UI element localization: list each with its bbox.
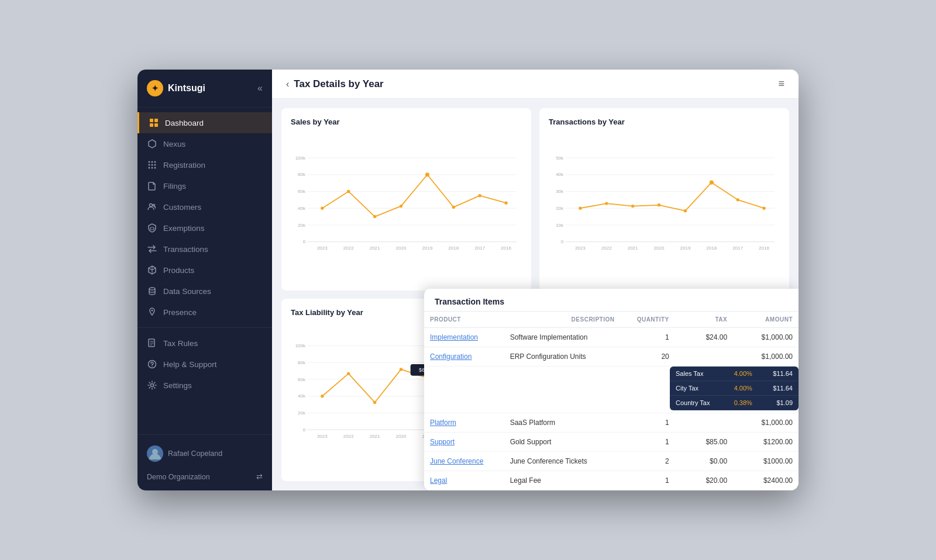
svg-rect-0: [150, 119, 153, 122]
svg-rect-3: [154, 123, 158, 127]
svg-point-11: [152, 167, 153, 169]
sidebar-item-presence[interactable]: Presence: [137, 302, 272, 323]
svg-point-39: [400, 205, 402, 208]
sidebar-item-label: Help & Support: [163, 360, 217, 369]
logo-group: ✦ Kintsugi: [147, 80, 205, 96]
sidebar-item-data-sources[interactable]: Data Sources: [137, 281, 272, 302]
sidebar-item-exemptions[interactable]: Exemptions: [137, 217, 272, 238]
collapse-sidebar-button[interactable]: «: [257, 83, 263, 94]
sidebar-logo: ✦ Kintsugi «: [137, 70, 272, 108]
svg-text:60k: 60k: [298, 377, 306, 382]
product-link[interactable]: Support: [430, 438, 455, 446]
items-data-table: PRODUCT DESCRIPTION QUANTITY TAX AMOUNT …: [424, 312, 799, 490]
svg-text:2019: 2019: [422, 246, 432, 251]
svg-point-8: [152, 164, 153, 166]
org-section[interactable]: Demo Organization ⇄: [137, 468, 272, 486]
main-header: ‹ Tax Details by Year ≡: [272, 70, 799, 99]
tax-popup-row: Sales Tax 4.00% $11.64 City Tax 4.00% $1…: [424, 367, 799, 413]
sidebar-bottom: Rafael Copeland Demo Organization ⇄: [137, 434, 272, 490]
svg-point-36: [321, 207, 324, 210]
svg-text:80k: 80k: [298, 172, 306, 177]
sidebar-item-label: Dashboard: [165, 119, 204, 127]
sidebar-item-label: Registration: [163, 161, 205, 170]
svg-point-37: [347, 190, 350, 193]
svg-text:40k: 40k: [298, 393, 306, 399]
sidebar-item-label: Data Sources: [163, 287, 211, 296]
svg-point-21: [151, 384, 154, 387]
charts-area: Sales by Year 100k 80k 60k 40k 20k 0: [272, 99, 799, 490]
table-row: June Conference June Conference Tickets …: [424, 452, 799, 471]
svg-text:50k: 50k: [556, 155, 564, 161]
svg-point-69: [710, 181, 714, 185]
sidebar-item-registration[interactable]: Registration: [137, 154, 272, 175]
svg-text:2021: 2021: [370, 434, 380, 439]
table-row: Legal Legal Fee 1 $20.00 $2400.00: [424, 471, 799, 490]
table-row: Configuration ERP Configuration Units 20…: [424, 347, 799, 367]
col-header-amount: AMOUNT: [733, 312, 799, 328]
svg-point-42: [478, 194, 481, 197]
svg-point-94: [373, 401, 376, 404]
svg-text:2022: 2022: [601, 246, 612, 251]
help-circle-icon: [147, 359, 157, 369]
product-link[interactable]: Implementation: [430, 333, 478, 341]
svg-point-13: [150, 204, 153, 207]
sidebar-item-customers[interactable]: Customers: [137, 196, 272, 217]
svg-text:2016: 2016: [501, 246, 511, 251]
items-tbody: Implementation Software Implementation 1…: [424, 328, 799, 490]
product-link[interactable]: June Conference: [430, 457, 483, 465]
svg-point-67: [658, 203, 660, 206]
product-link[interactable]: Platform: [430, 419, 456, 427]
org-switch-icon: ⇄: [256, 472, 263, 481]
sidebar-item-filings[interactable]: Filings: [137, 175, 272, 196]
app-container: ✦ Kintsugi « Dashboard: [137, 70, 799, 490]
logo-icon: ✦: [147, 80, 163, 96]
transaction-items-overlay: Transaction Items PRODUCT DESCRIPTION QU…: [424, 289, 799, 490]
sidebar-item-products[interactable]: Products: [137, 260, 272, 281]
svg-text:20k: 20k: [298, 223, 306, 228]
svg-point-6: [154, 161, 156, 163]
sidebar-item-dashboard[interactable]: Dashboard: [137, 112, 272, 133]
svg-point-68: [684, 209, 687, 212]
sidebar-item-settings[interactable]: Settings: [137, 375, 272, 396]
back-button[interactable]: ‹: [286, 79, 289, 89]
table-row: Support Gold Support 1 $85.00 $1200.00: [424, 433, 799, 452]
sidebar-item-label: Exemptions: [163, 224, 205, 233]
product-link[interactable]: Legal: [430, 476, 447, 485]
svg-text:2023: 2023: [317, 434, 328, 439]
sidebar-item-tax-rules[interactable]: Tax Rules: [137, 333, 272, 354]
svg-point-64: [579, 207, 581, 210]
sidebar-item-help[interactable]: Help & Support: [137, 354, 272, 375]
page-title: Tax Details by Year: [294, 78, 383, 90]
product-link[interactable]: Configuration: [430, 352, 472, 361]
cube-icon: [147, 265, 157, 275]
hexagon-icon: [147, 139, 157, 149]
svg-point-70: [736, 198, 739, 201]
user-section[interactable]: Rafael Copeland: [137, 440, 272, 468]
database-icon: [147, 286, 157, 296]
svg-text:2020: 2020: [396, 246, 407, 251]
svg-point-4: [149, 161, 150, 163]
col-header-tax: TAX: [675, 312, 733, 328]
sidebar-item-label: Products: [163, 266, 194, 275]
sidebar-item-label: Settings: [163, 381, 192, 390]
sidebar-item-label: Transactions: [163, 245, 208, 254]
svg-text:2017: 2017: [732, 246, 743, 251]
sidebar-item-transactions[interactable]: Transactions: [137, 238, 272, 260]
svg-text:0: 0: [303, 239, 306, 244]
svg-point-12: [154, 167, 156, 169]
svg-text:2017: 2017: [474, 246, 485, 251]
sidebar-item-nexus[interactable]: Nexus: [137, 133, 272, 154]
table-row: Platform SaaS Platform 1 $1,000.00: [424, 413, 799, 433]
svg-text:40k: 40k: [298, 206, 306, 211]
transaction-items-header: Transaction Items: [424, 289, 799, 312]
svg-text:100k: 100k: [295, 343, 306, 348]
svg-text:0: 0: [561, 239, 564, 244]
svg-point-10: [149, 167, 150, 169]
col-header-description: DESCRIPTION: [504, 312, 621, 328]
svg-text:20k: 20k: [556, 206, 564, 211]
svg-point-40: [425, 172, 429, 177]
users-icon: [147, 202, 157, 212]
table-row: Implementation Software Implementation 1…: [424, 328, 799, 347]
svg-point-65: [605, 202, 608, 205]
filter-button[interactable]: ≡: [778, 78, 784, 90]
